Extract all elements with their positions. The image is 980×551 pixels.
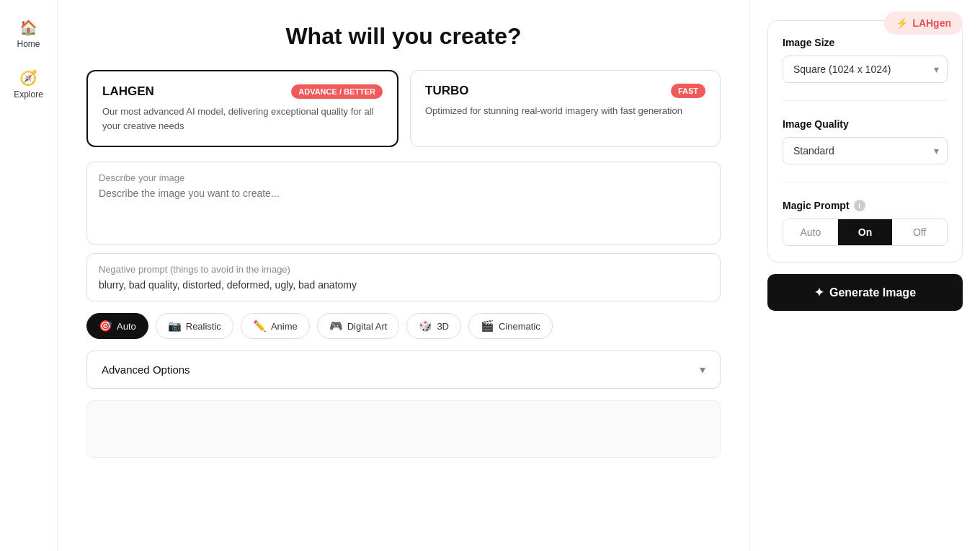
lahgen-label: LAHgen xyxy=(912,17,951,29)
magic-prompt-header: Magic Prompt i xyxy=(783,200,948,211)
style-3d-label: 3D xyxy=(437,321,449,332)
model-card-lahgen-header: LAHGEN ADVANCE / BETTER xyxy=(102,84,383,99)
sidebar-home-label: Home xyxy=(17,39,40,49)
magic-prompt-off-btn[interactable]: Off xyxy=(892,219,947,245)
prompt-textarea[interactable] xyxy=(99,188,708,231)
sidebar-explore-label: Explore xyxy=(14,89,43,100)
anime-icon: ✏️ xyxy=(253,319,267,332)
right-panel: Image Size Square (1024 x 1024) Portrait… xyxy=(749,0,980,551)
digital-art-icon: 🎮 xyxy=(329,319,343,332)
style-btn-3d[interactable]: 🎲 3D xyxy=(406,313,461,339)
generate-icon: ✦ xyxy=(814,286,824,299)
style-btn-anime[interactable]: ✏️ Anime xyxy=(241,313,310,339)
style-digital-art-label: Digital Art xyxy=(347,321,388,332)
sidebar-item-home[interactable]: 🏠 Home xyxy=(4,12,54,56)
model-turbo-badge: FAST xyxy=(671,84,705,98)
style-anime-label: Anime xyxy=(271,321,298,332)
style-cinematic-label: Cinematic xyxy=(499,321,540,332)
magic-prompt-auto-btn[interactable]: Auto xyxy=(783,219,838,245)
cinematic-icon: 🎬 xyxy=(481,319,494,332)
style-auto-label: Auto xyxy=(117,321,136,332)
image-quality-label: Image Quality xyxy=(783,118,948,130)
realistic-icon: 📷 xyxy=(168,319,182,332)
model-turbo-desc: Optimized for stunning real-world imager… xyxy=(425,104,705,118)
home-icon: 🏠 xyxy=(19,19,37,36)
image-size-label: Image Size xyxy=(783,37,948,48)
lahgen-button[interactable]: ⚡ LAHgen xyxy=(884,12,963,35)
advanced-options-label: Advanced Options xyxy=(102,363,190,376)
info-icon: i xyxy=(854,200,865,211)
divider-2 xyxy=(783,182,948,182)
image-quality-section: Image Quality Standard High Ultra ▾ xyxy=(783,118,948,164)
sidebar: 🏠 Home 🧭 Explore xyxy=(0,0,58,551)
style-btn-cinematic[interactable]: 🎬 Cinematic xyxy=(468,313,553,339)
negative-prompt-box[interactable]: Negative prompt (things to avoid in the … xyxy=(86,253,721,301)
magic-prompt-section: Magic Prompt i Auto On Off xyxy=(783,200,948,246)
image-size-select-wrapper: Square (1024 x 1024) Portrait (768 x 102… xyxy=(783,56,948,83)
image-quality-select-wrapper: Standard High Ultra ▾ xyxy=(783,137,948,164)
model-lahgen-desc: Our most advanced AI model, delivering e… xyxy=(102,105,383,133)
advanced-options[interactable]: Advanced Options ▾ xyxy=(86,351,721,389)
divider xyxy=(783,100,948,101)
negative-prompt-label: Negative prompt (things to avoid in the … xyxy=(99,264,708,275)
style-btn-auto[interactable]: 🎯 Auto xyxy=(86,313,148,339)
prompt-section: Describe your image Negative prompt (thi… xyxy=(86,162,721,301)
style-btn-realistic[interactable]: 📷 Realistic xyxy=(156,313,233,339)
image-size-section: Image Size Square (1024 x 1024) Portrait… xyxy=(783,37,948,83)
image-size-select[interactable]: Square (1024 x 1024) Portrait (768 x 102… xyxy=(783,56,948,83)
prompt-label: Describe your image xyxy=(99,172,708,183)
generate-label: Generate Image xyxy=(829,286,916,299)
auto-icon: 🎯 xyxy=(99,319,112,332)
style-btn-digital-art[interactable]: 🎮 Digital Art xyxy=(317,313,400,339)
main-content: What will you create? LAHGEN ADVANCE / B… xyxy=(58,0,749,551)
bottom-area xyxy=(86,400,721,458)
magic-prompt-toggle-group: Auto On Off xyxy=(783,219,948,246)
explore-icon: 🧭 xyxy=(19,69,37,87)
model-lahgen-badge: ADVANCE / BETTER xyxy=(291,84,383,99)
magic-prompt-label: Magic Prompt xyxy=(783,200,850,211)
flash-icon: ⚡ xyxy=(896,17,908,29)
style-realistic-label: Realistic xyxy=(186,321,221,332)
magic-prompt-on-btn[interactable]: On xyxy=(838,219,893,245)
prompt-box[interactable]: Describe your image xyxy=(86,162,721,244)
chevron-down-icon: ▾ xyxy=(700,363,705,376)
generate-image-button[interactable]: ✦ Generate Image xyxy=(767,274,963,311)
image-quality-select[interactable]: Standard High Ultra xyxy=(783,137,948,164)
model-card-turbo[interactable]: TURBO FAST Optimized for stunning real-w… xyxy=(410,70,721,147)
page-title: What will you create? xyxy=(86,23,721,50)
model-turbo-name: TURBO xyxy=(425,84,468,98)
negative-prompt-value: blurry, bad quality, distorted, deformed… xyxy=(99,279,708,291)
panel-card: Image Size Square (1024 x 1024) Portrait… xyxy=(767,20,963,263)
3d-icon: 🎲 xyxy=(419,319,432,332)
model-cards: LAHGEN ADVANCE / BETTER Our most advance… xyxy=(86,70,721,147)
model-card-turbo-header: TURBO FAST xyxy=(425,84,705,98)
model-lahgen-name: LAHGEN xyxy=(102,84,154,99)
style-buttons: 🎯 Auto 📷 Realistic ✏️ Anime 🎮 Digital Ar… xyxy=(86,313,721,339)
sidebar-item-explore[interactable]: 🧭 Explore xyxy=(4,62,54,107)
model-card-lahgen[interactable]: LAHGEN ADVANCE / BETTER Our most advance… xyxy=(86,70,398,147)
